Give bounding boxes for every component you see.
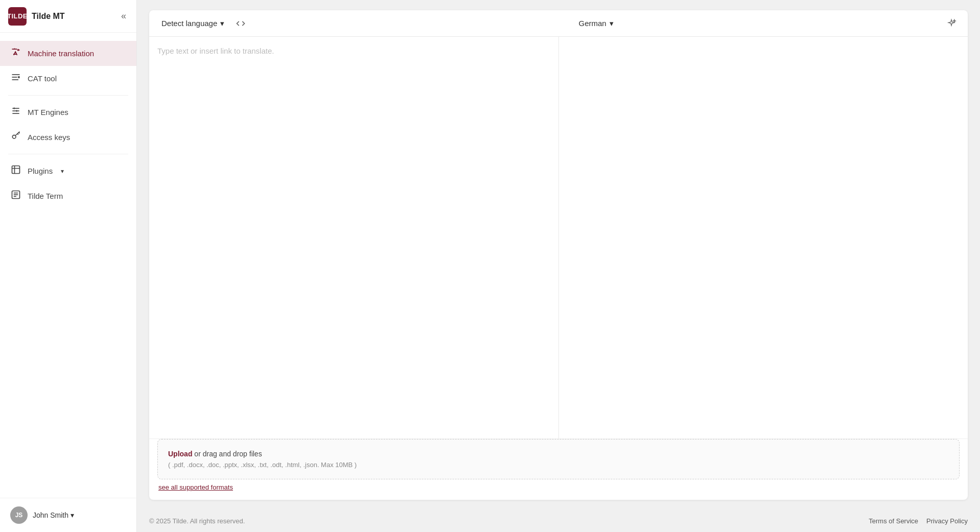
- sidebar-item-plugins[interactable]: Plugins ▾: [0, 158, 136, 183]
- sidebar-item-access-keys[interactable]: Access keys: [0, 125, 136, 150]
- user-name: John Smith ▾: [33, 511, 74, 519]
- svg-line-13: [17, 134, 18, 135]
- privacy-policy-link[interactable]: Privacy Policy: [926, 517, 968, 525]
- target-pane: [559, 37, 968, 438]
- source-pane: [149, 37, 559, 438]
- panel-header: Detect language ▾ German ▾: [149, 10, 968, 37]
- user-profile-button[interactable]: JS John Smith ▾: [0, 498, 136, 532]
- source-language-button[interactable]: Detect language ▾: [157, 16, 228, 31]
- translation-panel: Detect language ▾ German ▾: [149, 10, 968, 500]
- see-all-formats-link[interactable]: see all supported formats: [158, 483, 233, 491]
- footer-links: Terms of Service Privacy Policy: [869, 517, 968, 525]
- sparkle-icon: [946, 18, 956, 29]
- upload-link[interactable]: Upload: [168, 450, 192, 458]
- footer: © 2025 Tilde. All rights reserved. Terms…: [137, 510, 980, 532]
- main-content: Detect language ▾ German ▾: [137, 0, 980, 532]
- target-language-label: German: [579, 19, 606, 28]
- app-title: Tilde MT: [32, 12, 65, 21]
- svg-line-11: [16, 132, 20, 135]
- access-keys-icon: [10, 131, 21, 144]
- sidebar-item-mt-engines[interactable]: MT Engines: [0, 100, 136, 125]
- sidebar: TILDE Tilde MT « Machine translation: [0, 0, 137, 532]
- nav-divider-2: [8, 154, 128, 154]
- upload-rest-text: or drag and drop files: [192, 450, 262, 458]
- plugins-icon: [10, 165, 21, 177]
- sidebar-nav: Machine translation CAT tool: [0, 33, 136, 498]
- copyright-text: © 2025 Tilde. All rights reserved.: [149, 517, 245, 525]
- target-language-button[interactable]: German ▾: [575, 16, 618, 31]
- sidebar-item-label: Tilde Term: [28, 192, 63, 200]
- sidebar-item-label: MT Engines: [28, 108, 68, 117]
- upload-section: Upload or drag and drop files ( .pdf, .d…: [149, 438, 968, 500]
- machine-translation-icon: [10, 47, 21, 60]
- user-chevron-icon: ▾: [71, 511, 74, 519]
- swap-icon: [236, 18, 246, 29]
- source-text-input[interactable]: [157, 45, 550, 430]
- mt-engines-icon: [10, 106, 21, 119]
- sidebar-header: TILDE Tilde MT «: [0, 0, 136, 33]
- upload-text: Upload or drag and drop files: [168, 450, 949, 458]
- sidebar-item-machine-translation[interactable]: Machine translation: [0, 41, 136, 66]
- content-area: Detect language ▾ German ▾: [137, 0, 980, 510]
- svg-line-12: [19, 132, 20, 133]
- nav-divider-1: [8, 95, 128, 96]
- avatar: JS: [10, 506, 28, 524]
- source-language-label: Detect language: [161, 19, 217, 28]
- cat-tool-icon: [10, 72, 21, 85]
- source-language-chevron: ▾: [220, 19, 224, 28]
- sparkle-button[interactable]: [943, 15, 960, 32]
- tilde-term-icon: [10, 190, 21, 202]
- plugins-chevron: ▾: [61, 168, 64, 175]
- sidebar-item-label: CAT tool: [28, 74, 57, 83]
- terms-of-service-link[interactable]: Terms of Service: [869, 517, 918, 525]
- target-language-chevron: ▾: [610, 19, 614, 28]
- panel-body: [149, 37, 968, 438]
- sidebar-item-cat-tool[interactable]: CAT tool: [0, 66, 136, 91]
- upload-drop-zone[interactable]: Upload or drag and drop files ( .pdf, .d…: [157, 439, 960, 479]
- svg-point-10: [12, 135, 16, 138]
- collapse-sidebar-button[interactable]: «: [119, 9, 128, 24]
- sidebar-item-label: Machine translation: [28, 49, 94, 58]
- sidebar-item-label: Plugins: [28, 167, 53, 175]
- sidebar-item-tilde-term[interactable]: Tilde Term: [0, 183, 136, 209]
- logo-icon: TILDE: [8, 7, 27, 26]
- sidebar-item-label: Access keys: [28, 133, 70, 142]
- logo-area: TILDE Tilde MT: [8, 7, 65, 26]
- upload-formats: ( .pdf, .docx, .doc, .pptx, .xlsx, .txt,…: [168, 461, 949, 469]
- swap-languages-button[interactable]: [232, 15, 249, 32]
